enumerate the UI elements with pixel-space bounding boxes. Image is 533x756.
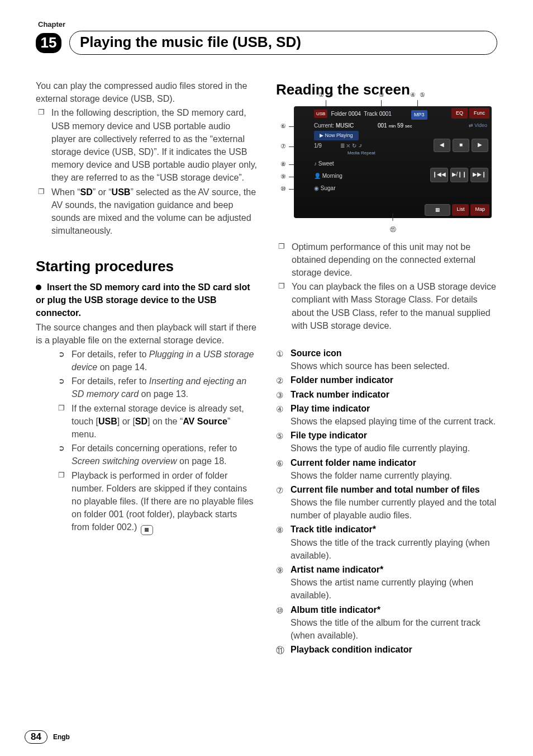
callout-5: ⑤ — [417, 90, 427, 100]
chapter-number: 15 — [36, 33, 61, 53]
callout-2: ② — [326, 90, 335, 100]
file-type-badge: MP3 — [411, 110, 427, 120]
item-9: ⑨Artist name indicator*Shows the artist … — [276, 563, 497, 602]
sub-ref-screen-switch: For details concerning operations, refer… — [56, 442, 257, 467]
item-1: ①Source iconShows which source has been … — [276, 347, 497, 372]
page-footer: 84 Engb — [25, 730, 70, 744]
source-icon: USB — [314, 110, 327, 119]
callout-11: ⑪ — [388, 225, 398, 234]
callout-3: ③ — [377, 90, 386, 100]
item-10: ⑩Album title indicator*Shows the title o… — [276, 603, 497, 642]
album-title: Sugar — [321, 185, 336, 191]
now-playing-label: ▶ Now Playing — [314, 131, 359, 140]
screen-figure: ①② ③ ④⑤ ⑥ ⑦ ⑧ ⑨ ⑩ USB Folder 0004 Trac — [294, 106, 492, 218]
device-screen: USB Folder 0004 Track 0001 MP3 EQ Func C… — [294, 106, 492, 218]
callout-9: ⑨ — [278, 172, 288, 182]
item-2: ②Folder number indicator — [276, 374, 497, 386]
intro-bullet-1: In the following description, the SD mem… — [36, 106, 257, 184]
map-tab[interactable]: Map — [470, 204, 489, 216]
item-8: ⑧Track title indicator*Shows the title o… — [276, 523, 497, 562]
next-track-button[interactable]: ▶▶❙ — [470, 168, 488, 182]
starting-after: The source changes and then playback wil… — [36, 321, 257, 347]
item-11: ⑪Playback condition indicator — [276, 643, 497, 656]
right-column: Reading the screen ①② ③ ④⑤ ⑥ ⑦ ⑧ ⑨ ⑩ — [276, 79, 497, 657]
callout-1: ① — [316, 90, 326, 100]
list-tab[interactable]: List — [452, 204, 469, 216]
item-4: ④Play time indicatorShows the elapsed pl… — [276, 402, 497, 428]
grid-icon[interactable]: ▦ — [425, 204, 450, 216]
file-pos: 1/9 — [314, 143, 322, 149]
item-3: ③Track number indicator — [276, 388, 497, 401]
page-lang: Engb — [53, 733, 70, 741]
artist-name: Morning — [322, 173, 342, 179]
starting-step: Insert the SD memory card into the SD ca… — [36, 281, 257, 320]
reading-note-1: Optimum performance of this unit may not… — [276, 240, 497, 280]
item-5: ⑤File type indicatorShows the type of au… — [276, 429, 497, 455]
reading-heading: Reading the screen — [276, 79, 497, 101]
callout-7: ⑦ — [278, 142, 288, 152]
bottom-callout: ⑪ — [388, 213, 398, 235]
bullet-icon — [36, 285, 41, 290]
chapter-title-row: 15 Playing the music file (USB, SD) — [36, 31, 497, 55]
callout-6: ⑥ — [278, 122, 288, 131]
reading-note-2: You can playback the files on a USB stor… — [276, 280, 497, 332]
item-7: ⑦Current file number and total number of… — [276, 483, 497, 522]
sub-already-set: If the external storage device is alread… — [56, 402, 257, 441]
eq-tab[interactable]: EQ — [451, 108, 468, 119]
media-repeat-label: Media Repeat — [348, 150, 375, 157]
starting-heading: Starting procedures — [36, 256, 257, 277]
left-column: You can play the compressed audio files … — [36, 79, 257, 657]
prev-track-button[interactable]: ❙◀◀ — [430, 168, 448, 182]
sub-ref-usb: For details, refer to Plugging in a USB … — [56, 348, 257, 374]
chapter-label: Chapter — [38, 20, 497, 29]
callout-4: ④ — [408, 90, 417, 100]
intro-bullet-2: When “SD” or “USB” selected as the AV so… — [36, 186, 257, 238]
callout-8: ⑧ — [278, 160, 288, 169]
page-number: 84 — [25, 730, 47, 744]
callout-10: ⑩ — [278, 185, 288, 194]
intro-text: You can play the compressed audio files … — [36, 79, 257, 105]
forward-button[interactable]: ▶ — [472, 139, 488, 152]
play-pause-button[interactable]: ▶/❙❙ — [450, 168, 468, 182]
stop-icon — [141, 525, 153, 535]
chapter-title: Playing the music file (USB, SD) — [69, 31, 497, 55]
page: Chapter 15 Playing the music file (USB, … — [0, 0, 533, 756]
rewind-button[interactable]: ◀ — [434, 139, 450, 152]
track-title: Sweet — [318, 160, 334, 167]
stop-button[interactable]: ■ — [453, 139, 469, 152]
sub-playback-order: Playback is performed in order of folder… — [56, 469, 257, 535]
func-tab[interactable]: Func — [469, 108, 489, 119]
video-label: ⇄ Video — [469, 122, 487, 129]
item-6: ⑥Current folder name indicatorShows the … — [276, 456, 497, 482]
sub-ref-sd: For details, refer to Inserting and ejec… — [56, 375, 257, 400]
